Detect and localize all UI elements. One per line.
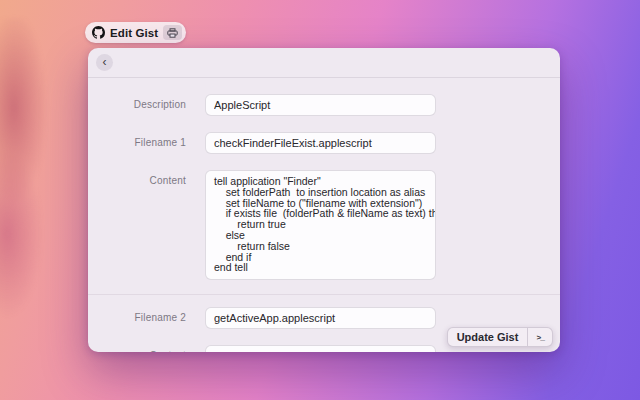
back-button[interactable]: ‹: [96, 54, 113, 71]
chevron-left-icon: ‹: [103, 56, 107, 68]
content-1-textarea[interactable]: tell application "Finder" set folderPath…: [205, 170, 436, 280]
content-2-label: Content: [88, 345, 186, 352]
form-row-filename-2: Filename 2: [88, 307, 560, 329]
filename-1-label: Filename 1: [88, 132, 186, 154]
form-row-filename-1: Filename 1: [88, 132, 560, 154]
filename-2-label: Filename 2: [88, 307, 186, 329]
section-divider: [88, 294, 560, 295]
badge-label: Edit Gist: [110, 27, 158, 39]
terminal-icon: >_: [528, 333, 552, 342]
window-header: ‹: [88, 48, 560, 78]
update-gist-button[interactable]: Update Gist >_: [447, 327, 553, 347]
content-1-label: Content: [88, 170, 186, 186]
filename-2-input[interactable]: [205, 307, 436, 329]
edit-gist-badge[interactable]: Edit Gist: [85, 22, 186, 43]
form-row-description: Description: [88, 94, 560, 116]
form-row-content-1: Content tell application "Finder" set fo…: [88, 170, 560, 280]
desktop-background: Edit Gist ‹ Description Filename 1: [0, 0, 640, 400]
gist-form: Description Filename 1 Content tell appl…: [88, 78, 560, 352]
wallpaper-blob: [0, 18, 66, 318]
github-icon: [92, 26, 105, 39]
filename-1-input[interactable]: [205, 132, 436, 154]
description-input[interactable]: [205, 94, 436, 116]
description-label: Description: [88, 94, 186, 116]
update-gist-label: Update Gist: [448, 331, 528, 343]
content-2-textarea[interactable]: tell application "System Events" set act…: [205, 345, 436, 352]
printer-icon[interactable]: [163, 25, 182, 40]
edit-gist-window: ‹ Description Filename 1 Content tell ap…: [88, 48, 560, 352]
